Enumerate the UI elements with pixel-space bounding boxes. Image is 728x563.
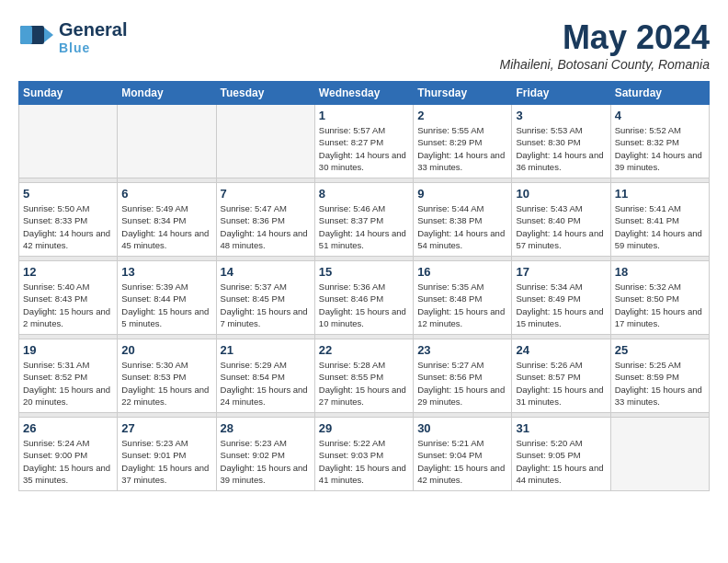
day-info: Sunrise: 5:46 AM Sunset: 8:37 PM Dayligh… <box>319 202 409 251</box>
page-header: General Blue May 2024 Mihaileni, Botosan… <box>18 18 710 72</box>
day-number: 25 <box>615 343 705 357</box>
table-row: 5Sunrise: 5:50 AM Sunset: 8:33 PM Daylig… <box>19 183 118 257</box>
day-number: 4 <box>615 109 705 122</box>
table-row: 24Sunrise: 5:26 AM Sunset: 8:57 PM Dayli… <box>512 339 610 413</box>
day-info: Sunrise: 5:37 AM Sunset: 8:45 PM Dayligh… <box>221 281 311 329</box>
day-info: Sunrise: 5:49 AM Sunset: 8:34 PM Dayligh… <box>121 202 211 251</box>
table-row: 8Sunrise: 5:46 AM Sunset: 8:37 PM Daylig… <box>314 183 413 257</box>
day-info: Sunrise: 5:20 AM Sunset: 9:05 PM Dayligh… <box>516 437 606 486</box>
calendar-week-row: 12Sunrise: 5:40 AM Sunset: 8:43 PM Dayli… <box>19 261 710 335</box>
header-monday: Monday <box>118 82 216 105</box>
table-row: 4Sunrise: 5:52 AM Sunset: 8:32 PM Daylig… <box>610 105 709 178</box>
calendar-week-row: 5Sunrise: 5:50 AM Sunset: 8:33 PM Daylig… <box>19 183 710 257</box>
day-info: Sunrise: 5:28 AM Sunset: 8:55 PM Dayligh… <box>319 359 409 408</box>
table-row: 28Sunrise: 5:23 AM Sunset: 9:02 PM Dayli… <box>216 418 314 491</box>
day-info: Sunrise: 5:32 AM Sunset: 8:50 PM Dayligh… <box>615 281 705 329</box>
day-number: 29 <box>319 421 409 435</box>
calendar-week-row: 19Sunrise: 5:31 AM Sunset: 8:52 PM Dayli… <box>19 339 710 413</box>
svg-rect-2 <box>20 26 32 44</box>
table-row: 2Sunrise: 5:55 AM Sunset: 8:29 PM Daylig… <box>414 105 512 178</box>
table-row: 3Sunrise: 5:53 AM Sunset: 8:30 PM Daylig… <box>512 105 610 178</box>
table-row: 18Sunrise: 5:32 AM Sunset: 8:50 PM Dayli… <box>610 261 709 335</box>
day-info: Sunrise: 5:25 AM Sunset: 8:59 PM Dayligh… <box>615 359 705 408</box>
table-row: 6Sunrise: 5:49 AM Sunset: 8:34 PM Daylig… <box>118 183 216 257</box>
day-number: 28 <box>221 421 311 435</box>
table-row: 30Sunrise: 5:21 AM Sunset: 9:04 PM Dayli… <box>414 418 512 491</box>
header-sunday: Sunday <box>19 82 118 105</box>
day-info: Sunrise: 5:44 AM Sunset: 8:38 PM Dayligh… <box>417 202 507 251</box>
logo-icon <box>18 18 55 55</box>
day-number: 13 <box>121 265 211 279</box>
table-row: 25Sunrise: 5:25 AM Sunset: 8:59 PM Dayli… <box>610 339 709 413</box>
day-number: 15 <box>319 265 409 279</box>
day-number: 27 <box>121 421 211 435</box>
day-info: Sunrise: 5:29 AM Sunset: 8:54 PM Dayligh… <box>221 359 311 408</box>
day-number: 3 <box>516 109 606 122</box>
day-info: Sunrise: 5:55 AM Sunset: 8:29 PM Dayligh… <box>417 124 507 173</box>
table-row: 17Sunrise: 5:34 AM Sunset: 8:49 PM Dayli… <box>512 261 610 335</box>
day-number: 20 <box>121 343 211 357</box>
day-number: 31 <box>516 421 606 435</box>
day-number: 7 <box>221 187 311 201</box>
day-number: 12 <box>23 265 113 279</box>
table-row: 27Sunrise: 5:23 AM Sunset: 9:01 PM Dayli… <box>118 418 216 491</box>
table-row <box>610 418 709 491</box>
table-row: 15Sunrise: 5:36 AM Sunset: 8:46 PM Dayli… <box>314 261 413 335</box>
day-number: 10 <box>516 187 606 201</box>
logo-text: General <box>59 19 127 40</box>
header-wednesday: Wednesday <box>314 82 413 105</box>
table-row: 12Sunrise: 5:40 AM Sunset: 8:43 PM Dayli… <box>19 261 118 335</box>
table-row: 11Sunrise: 5:41 AM Sunset: 8:41 PM Dayli… <box>610 183 709 257</box>
day-info: Sunrise: 5:34 AM Sunset: 8:49 PM Dayligh… <box>516 281 606 329</box>
logo-subtext: Blue <box>59 40 127 55</box>
table-row: 9Sunrise: 5:44 AM Sunset: 8:38 PM Daylig… <box>414 183 512 257</box>
day-info: Sunrise: 5:31 AM Sunset: 8:52 PM Dayligh… <box>23 359 113 408</box>
day-info: Sunrise: 5:27 AM Sunset: 8:56 PM Dayligh… <box>417 359 507 408</box>
table-row: 21Sunrise: 5:29 AM Sunset: 8:54 PM Dayli… <box>216 339 314 413</box>
day-number: 21 <box>221 343 311 357</box>
day-number: 6 <box>121 187 211 201</box>
day-info: Sunrise: 5:43 AM Sunset: 8:40 PM Dayligh… <box>516 202 606 251</box>
day-number: 9 <box>417 187 507 201</box>
day-number: 17 <box>516 265 606 279</box>
day-number: 8 <box>319 187 409 201</box>
day-number: 23 <box>417 343 507 357</box>
day-info: Sunrise: 5:41 AM Sunset: 8:41 PM Dayligh… <box>615 202 705 251</box>
day-number: 2 <box>417 109 507 122</box>
table-row <box>216 105 314 178</box>
month-year-title: May 2024 <box>499 18 710 57</box>
header-tuesday: Tuesday <box>216 82 314 105</box>
day-info: Sunrise: 5:52 AM Sunset: 8:32 PM Dayligh… <box>615 124 705 173</box>
day-info: Sunrise: 5:40 AM Sunset: 8:43 PM Dayligh… <box>23 281 113 329</box>
day-info: Sunrise: 5:50 AM Sunset: 8:33 PM Dayligh… <box>23 202 113 251</box>
day-info: Sunrise: 5:57 AM Sunset: 8:27 PM Dayligh… <box>319 124 409 173</box>
table-row <box>19 105 118 178</box>
location-subtitle: Mihaileni, Botosani County, Romania <box>499 57 710 72</box>
day-info: Sunrise: 5:30 AM Sunset: 8:53 PM Dayligh… <box>121 359 211 408</box>
day-number: 5 <box>23 187 113 201</box>
table-row: 23Sunrise: 5:27 AM Sunset: 8:56 PM Dayli… <box>414 339 512 413</box>
day-number: 22 <box>319 343 409 357</box>
day-info: Sunrise: 5:22 AM Sunset: 9:03 PM Dayligh… <box>319 437 409 486</box>
table-row: 7Sunrise: 5:47 AM Sunset: 8:36 PM Daylig… <box>216 183 314 257</box>
day-number: 11 <box>615 187 705 201</box>
day-info: Sunrise: 5:23 AM Sunset: 9:01 PM Dayligh… <box>121 437 211 486</box>
day-info: Sunrise: 5:23 AM Sunset: 9:02 PM Dayligh… <box>221 437 311 486</box>
table-row: 10Sunrise: 5:43 AM Sunset: 8:40 PM Dayli… <box>512 183 610 257</box>
day-info: Sunrise: 5:53 AM Sunset: 8:30 PM Dayligh… <box>516 124 606 173</box>
day-info: Sunrise: 5:39 AM Sunset: 8:44 PM Dayligh… <box>121 281 211 329</box>
table-row: 13Sunrise: 5:39 AM Sunset: 8:44 PM Dayli… <box>118 261 216 335</box>
header-thursday: Thursday <box>414 82 512 105</box>
calendar-week-row: 1Sunrise: 5:57 AM Sunset: 8:27 PM Daylig… <box>19 105 710 178</box>
day-number: 14 <box>221 265 311 279</box>
day-info: Sunrise: 5:24 AM Sunset: 9:00 PM Dayligh… <box>23 437 113 486</box>
table-row: 20Sunrise: 5:30 AM Sunset: 8:53 PM Dayli… <box>118 339 216 413</box>
day-number: 16 <box>417 265 507 279</box>
header-saturday: Saturday <box>610 82 709 105</box>
table-row: 22Sunrise: 5:28 AM Sunset: 8:55 PM Dayli… <box>314 339 413 413</box>
header-friday: Friday <box>512 82 610 105</box>
table-row <box>118 105 216 178</box>
day-number: 26 <box>23 421 113 435</box>
day-number: 18 <box>615 265 705 279</box>
table-row: 31Sunrise: 5:20 AM Sunset: 9:05 PM Dayli… <box>512 418 610 491</box>
